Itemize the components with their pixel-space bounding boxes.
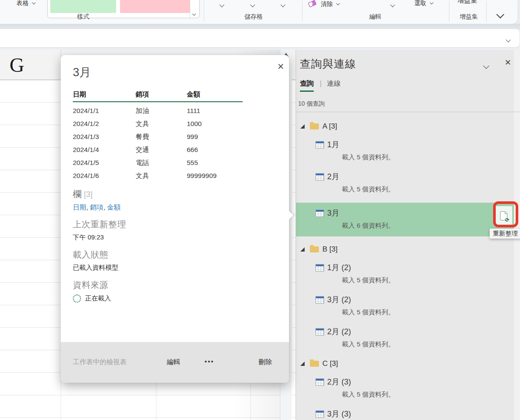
- group-divider: [486, 1, 487, 22]
- pane-title: 查詢與連線: [300, 57, 356, 71]
- peek-table-row: 2024/1/1加油1111: [73, 104, 243, 117]
- query-count: 10 個查詢: [298, 100, 325, 108]
- query-peek-popup: × 3月 日期銷項金額 2024/1/1加油11112024/1/2文具1000…: [61, 55, 289, 383]
- pane-close-button[interactable]: ×: [505, 57, 511, 68]
- pane-options-button[interactable]: [484, 62, 488, 70]
- addins-button[interactable]: 增益集: [458, 0, 477, 5]
- load-status-label: 載入狀態: [73, 249, 108, 261]
- expanded-triangle-icon[interactable]: [300, 362, 305, 366]
- peek-table-cell: 加油: [136, 107, 187, 116]
- peek-table-cell: 文具: [136, 171, 187, 181]
- columns-label: 欄: [73, 189, 81, 199]
- chevron-down-icon: [280, 2, 285, 7]
- query-name: 2月: [327, 171, 339, 182]
- query-list: A [3]1月載入 5 個資料列。2月載入 5 個資料列。3月載入 6 個資料列…: [296, 113, 520, 420]
- pane-tabs: 查詢|連線: [300, 79, 341, 88]
- peek-table-cell: 2024/1/3: [73, 133, 136, 141]
- last-refresh-label: 上次重新整理: [73, 219, 126, 230]
- find-select-button[interactable]: 選取: [414, 0, 433, 7]
- popup-footer: 工作表中的檢視表 編輯 ••• 刪除: [61, 342, 289, 383]
- table-icon: [315, 328, 324, 336]
- chevron-down-icon: [430, 1, 433, 4]
- query-item[interactable]: 2月載入 5 個資料列。: [300, 171, 514, 196]
- peek-table-cell: 2024/1/2: [73, 120, 136, 128]
- bad-style-swatch[interactable]: [120, 0, 190, 13]
- gallery-scroll-strip[interactable]: [190, 0, 199, 18]
- edit-button[interactable]: 編輯: [167, 358, 180, 367]
- peek-table-row: 2024/1/4交通666: [73, 143, 243, 156]
- clear-button[interactable]: 清除: [309, 0, 339, 8]
- peek-table-row: 2024/1/6文具99999909: [73, 169, 243, 182]
- format-cells-dropdown[interactable]: [281, 0, 285, 8]
- query-item[interactable]: 2月 (2)載入 5 個資料列。: [300, 326, 514, 351]
- query-item[interactable]: 3月載入 6 個資料列。⟳重新整理: [296, 203, 514, 236]
- query-name: 3月 (2): [327, 294, 351, 305]
- annotation-highlight-box: [493, 201, 518, 227]
- peek-table-header-cell: 金額: [187, 90, 243, 99]
- peek-table-cell: 999: [187, 133, 243, 141]
- query-name: 2月 (2): [327, 326, 351, 337]
- insert-cells-dropdown[interactable]: [220, 0, 224, 8]
- pane-divider: [296, 112, 520, 112]
- sort-filter-dropdown[interactable]: [391, 0, 394, 8]
- formula-bar[interactable]: [0, 29, 520, 48]
- gallery-more-icon: [192, 12, 196, 16]
- column-link[interactable]: 金額: [107, 204, 120, 211]
- formula-bar-expand-button[interactable]: [507, 36, 510, 43]
- query-group-header[interactable]: A [3]: [300, 121, 514, 132]
- delete-button[interactable]: 刪除: [259, 358, 272, 367]
- data-source-label: 資料來源: [73, 279, 108, 291]
- query-item[interactable]: 2月 (3)載入 5 個資料列。: [300, 376, 514, 401]
- tab-queries[interactable]: 查詢: [300, 80, 314, 92]
- table-icon: [315, 141, 324, 149]
- table-icon: [315, 173, 324, 181]
- chevron-down-icon: [219, 2, 224, 7]
- popup-close-button[interactable]: ×: [277, 61, 284, 71]
- query-load-status: 載入 6 個資料列。: [342, 222, 514, 232]
- peek-table-cell: 555: [187, 159, 243, 167]
- more-options-button[interactable]: •••: [205, 358, 214, 365]
- column-links: 日期, 銷項, 金額: [73, 203, 120, 212]
- query-item-name-row: 2月 (2): [315, 326, 514, 338]
- query-group-header[interactable]: C [3]: [300, 359, 514, 369]
- chevron-down-icon: [250, 2, 255, 7]
- table-icon: [315, 264, 324, 271]
- query-name: 3月 (3): [327, 409, 351, 419]
- folder-icon: [310, 246, 319, 252]
- format-as-table-label: 表格: [16, 0, 29, 6]
- group-divider: [449, 1, 449, 22]
- group-divider: [302, 1, 302, 22]
- peek-table-row: 2024/1/2文具1000: [73, 117, 243, 130]
- query-item[interactable]: 3月 (3): [300, 408, 514, 420]
- expanded-triangle-icon[interactable]: [300, 247, 305, 252]
- query-item[interactable]: 1月載入 5 個資料列。: [300, 139, 514, 164]
- columns-section: 欄 [3]: [73, 188, 93, 200]
- query-load-status: 載入 5 個資料列。: [342, 308, 514, 319]
- excel-window: 表格 樣式 儲存格 清除 選取 編輯 增益集: [0, 0, 520, 420]
- view-in-sheet-button[interactable]: 工作表中的檢視表: [73, 358, 127, 367]
- formula-bar-zone: [0, 24, 520, 50]
- tab-connections[interactable]: 連線: [327, 80, 341, 87]
- query-item-name-row: 2月: [315, 171, 514, 183]
- expanded-triangle-icon[interactable]: [300, 124, 305, 129]
- delete-cells-dropdown[interactable]: [251, 0, 254, 8]
- format-as-table-button[interactable]: 表格: [16, 0, 35, 7]
- query-item[interactable]: 1月 (2)載入 5 個資料列。: [300, 262, 514, 287]
- ribbon-collapse-button[interactable]: [497, 11, 503, 19]
- last-refresh-value: 下午 09:23: [73, 233, 104, 242]
- peek-table-cell: 文具: [136, 120, 187, 129]
- column-header-g[interactable]: G: [10, 53, 24, 77]
- group-divider: [204, 1, 204, 22]
- query-group-header[interactable]: B [3]: [300, 244, 514, 255]
- data-source-row: 正在載入: [73, 294, 111, 303]
- refresh-tooltip: 重新整理: [490, 229, 520, 239]
- query-load-status: 載入 5 個資料列。: [342, 276, 514, 287]
- table-icon: [315, 296, 324, 304]
- column-link[interactable]: 日期: [73, 204, 86, 211]
- query-item-name-row: 3月 (3): [315, 408, 514, 420]
- cell-styles-gallery[interactable]: [47, 0, 200, 18]
- query-item[interactable]: 3月 (2)載入 5 個資料列。: [300, 294, 514, 319]
- peek-table-row: 2024/1/3餐費999: [73, 130, 243, 143]
- column-link[interactable]: 銷項: [90, 204, 104, 211]
- good-style-swatch[interactable]: [50, 0, 116, 13]
